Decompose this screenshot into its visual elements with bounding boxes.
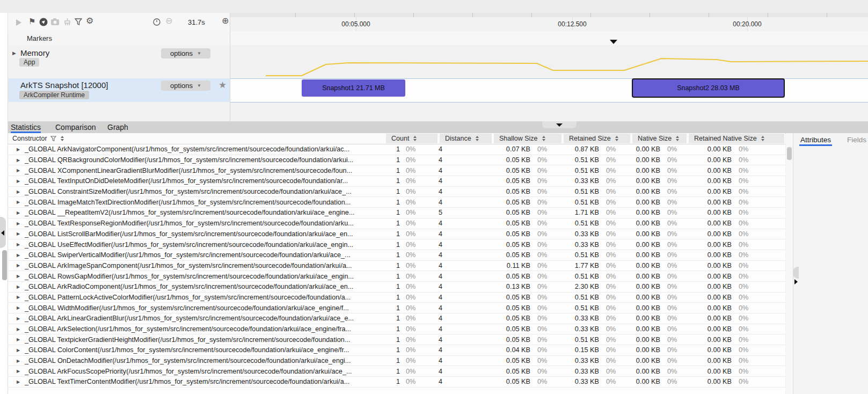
constructor-cell[interactable]: ▶ _GLOBAL WidthModifier(/usr1/hmos_for_s…	[8, 304, 385, 312]
constructor-cell[interactable]: ▶ _GLOBAL XComponentLinearGradientBlurMo…	[8, 167, 385, 174]
constructor-cell[interactable]: ▶ _GLOBAL ColorContent(/usr1/hmos_for_sy…	[8, 346, 385, 354]
play-icon[interactable]	[16, 19, 21, 26]
table-row[interactable]: ▶ _GLOBAL ArkFocusScopePriority(/usr1/hm…	[8, 366, 785, 377]
sort-icon[interactable]	[413, 135, 417, 142]
sort-icon[interactable]	[676, 135, 679, 142]
constructor-cell[interactable]: ▶ _GLOBAL ListScrollBarModifier(/usr1/hm…	[8, 230, 385, 238]
memory-expander-icon[interactable]: ▶	[12, 50, 16, 56]
constructor-cell[interactable]: ▶ _GLOBAL ConstraintSizeModifier(/usr1/h…	[8, 188, 385, 195]
constructor-cell[interactable]: ▶ _GLOBAL TextInputOnDidDeleteModifier(/…	[8, 177, 385, 185]
table-vertical-scrollbar[interactable]	[786, 133, 793, 394]
expand-arrow-icon[interactable]: ▶	[17, 337, 25, 342]
memory-track-row[interactable]: ▶ Memory App options ▼	[8, 45, 230, 78]
constructor-cell[interactable]: ▶ _GLOBAL __RepeatItemV2(/usr1/hmos_for_…	[8, 209, 385, 216]
table-row[interactable]: ▶ _GLOBAL WidthModifier(/usr1/hmos_for_s…	[8, 303, 785, 313]
constructor-cell[interactable]: ▶ _GLOBAL TextResponseRegionModifier(/us…	[8, 220, 385, 227]
tab-statistics[interactable]: Statistics	[11, 123, 41, 132]
settings-gear-icon[interactable]: ⚙	[86, 17, 93, 25]
expand-arrow-icon[interactable]: ▶	[17, 327, 25, 332]
constructor-cell[interactable]: ▶ _GLOBAL RowsGapModifier(/usr1/hmos_for…	[8, 273, 385, 280]
constructor-cell[interactable]: ▶ _GLOBAL ArkImageSpanComponent(/usr1/hm…	[8, 262, 385, 269]
expand-arrow-icon[interactable]: ▶	[17, 305, 25, 310]
screenshot-icon[interactable]	[51, 18, 60, 25]
snapshot1-bar[interactable]: Snapshot1 21.71 MB	[302, 79, 405, 97]
left-scrollbar-thumb[interactable]	[2, 250, 7, 280]
table-row[interactable]: ▶ _GLOBAL ArkRadioComponent(/usr1/hmos_f…	[8, 282, 785, 293]
table-row[interactable]: ▶ _GLOBAL OnDetachModifier(/usr1/hmos_fo…	[8, 356, 785, 367]
column-header-native-size[interactable]: Native Size	[631, 133, 688, 144]
sort-icon[interactable]	[61, 135, 64, 142]
expand-arrow-icon[interactable]: ▶	[17, 179, 25, 184]
table-row[interactable]: ▶ _GLOBAL UseEffectModifier(/usr1/hmos_f…	[8, 239, 785, 250]
filter-funnel-icon[interactable]	[50, 136, 56, 142]
constructor-cell[interactable]: ▶ _GLOBAL ArkFocusScopePriority(/usr1/hm…	[8, 368, 385, 375]
expand-arrow-icon[interactable]: ▶	[17, 295, 25, 300]
constructor-cell[interactable]: ▶ _GLOBAL PatternLockActiveColorModifier…	[8, 294, 385, 301]
table-row[interactable]: ▶ _GLOBAL RowsGapModifier(/usr1/hmos_for…	[8, 271, 785, 282]
table-row[interactable]: ▶ _GLOBAL ArkLinearGradientBlur(/usr1/hm…	[8, 313, 785, 324]
tab-attributes[interactable]: Attributes	[800, 136, 831, 144]
constructor-cell[interactable]: ▶ _GLOBAL SwiperVerticalModifier(/usr1/h…	[8, 251, 385, 259]
table-row[interactable]: ▶ _GLOBAL ColorContent(/usr1/hmos_for_sy…	[8, 345, 785, 356]
table-row[interactable]: ▶ _GLOBAL TextInputOnDidDeleteModifier(/…	[8, 176, 785, 187]
sort-icon[interactable]	[761, 135, 764, 142]
table-row[interactable]: ▶ _GLOBAL ImageMatchTextDirectionModifie…	[8, 197, 785, 208]
table-row[interactable]: ▶ _GLOBAL ListScrollBarModifier(/usr1/hm…	[8, 229, 785, 240]
filter-icon[interactable]	[75, 18, 82, 25]
arkts-snapshot-track-row[interactable]: ArkTS Snapshot [12000] ArkCompiler Runti…	[8, 78, 230, 102]
constructor-cell[interactable]: ▶ _GLOBAL QRBackgroundColorModifier(/usr…	[8, 156, 385, 164]
table-row[interactable]: ▶ _GLOBAL __RepeatItemV2(/usr1/hmos_for_…	[8, 208, 785, 218]
zoom-in-icon[interactable]: ⊕	[222, 17, 229, 25]
timeline-markers-strip[interactable]	[230, 31, 868, 46]
right-splitter-handle[interactable]	[793, 267, 799, 279]
sort-icon[interactable]	[542, 135, 545, 142]
record-icon[interactable]	[39, 18, 48, 26]
snapshot-track[interactable]: Snapshot1 21.71 MB Snapshot2 28.03 MB	[230, 78, 868, 99]
expand-arrow-icon[interactable]: ▶	[17, 210, 25, 215]
table-row[interactable]: ▶ _GLOBAL SwiperVerticalModifier(/usr1/h…	[8, 250, 785, 261]
expand-arrow-icon[interactable]: ▶	[17, 221, 25, 226]
expand-arrow-icon[interactable]: ▶	[17, 348, 25, 353]
expand-arrow-icon[interactable]: ▶	[17, 263, 25, 268]
favorite-star-icon[interactable]: ★	[218, 79, 227, 91]
constructor-cell[interactable]: ▶ _GLOBAL ImageMatchTextDirectionModifie…	[8, 199, 385, 206]
expand-arrow-icon[interactable]: ▶	[17, 242, 25, 247]
expand-arrow-icon[interactable]: ▶	[17, 284, 25, 289]
expand-arrow-icon[interactable]: ▶	[17, 147, 25, 152]
sort-icon[interactable]	[615, 135, 618, 142]
memory-usage-chart[interactable]	[230, 45, 868, 78]
left-splitter-handle[interactable]	[0, 217, 6, 248]
expand-arrow-icon[interactable]: ▶	[17, 316, 25, 321]
expand-arrow-icon[interactable]: ▶	[17, 253, 25, 258]
constructor-cell[interactable]: ▶ _GLOBAL UseEffectModifier(/usr1/hmos_f…	[8, 241, 385, 249]
constructor-cell[interactable]: ▶ _GLOBAL TextpickerGradientHeightModifi…	[8, 336, 385, 344]
expand-right-icon[interactable]	[794, 279, 798, 284]
tab-graph[interactable]: Graph	[107, 123, 128, 132]
expand-arrow-icon[interactable]: ▶	[17, 231, 25, 236]
snapshot2-bar[interactable]: Snapshot2 28.03 MB	[632, 78, 785, 98]
timeline-marker-icon[interactable]	[610, 40, 617, 44]
expand-arrow-icon[interactable]: ▶	[17, 369, 25, 374]
expand-arrow-icon[interactable]: ▶	[17, 168, 25, 173]
column-header-shallow-size[interactable]: Shallow Size	[493, 133, 563, 144]
table-row[interactable]: ▶ _GLOBAL TextpickerGradientHeightModifi…	[8, 334, 785, 345]
column-header-distance[interactable]: Distance	[439, 133, 493, 144]
zoom-out-icon[interactable]: ⊖	[165, 17, 172, 25]
expand-arrow-icon[interactable]: ▶	[17, 189, 25, 194]
flag-icon[interactable]: ⚑	[28, 17, 35, 26]
table-row[interactable]: ▶ _GLOBAL QRBackgroundColorModifier(/usr…	[8, 155, 785, 166]
constructor-cell[interactable]: ▶ _GLOBAL OnDetachModifier(/usr1/hmos_fo…	[8, 357, 385, 364]
column-header-constructor[interactable]: Constructor	[8, 133, 385, 144]
sort-icon[interactable]	[476, 135, 479, 142]
clean-icon[interactable]	[63, 18, 71, 26]
expand-arrow-icon[interactable]: ▶	[17, 274, 25, 279]
column-header-retained-size[interactable]: Retained Size	[563, 133, 631, 144]
tab-comparison[interactable]: Comparison	[55, 123, 96, 132]
constructor-cell[interactable]: ▶ _GLOBAL ArkRadioComponent(/usr1/hmos_f…	[8, 283, 385, 290]
column-header-retained-native-size[interactable]: Retained Native Size	[688, 133, 785, 144]
expand-arrow-icon[interactable]: ▶	[17, 359, 25, 363]
scrollbar-thumb[interactable]	[787, 147, 792, 160]
constructor-cell[interactable]: ▶ _GLOBAL ArkNavigatorComponent(/usr1/hm…	[8, 145, 385, 153]
expand-arrow-icon[interactable]: ▶	[17, 380, 25, 384]
splitter-collapse-handle[interactable]	[542, 121, 577, 128]
